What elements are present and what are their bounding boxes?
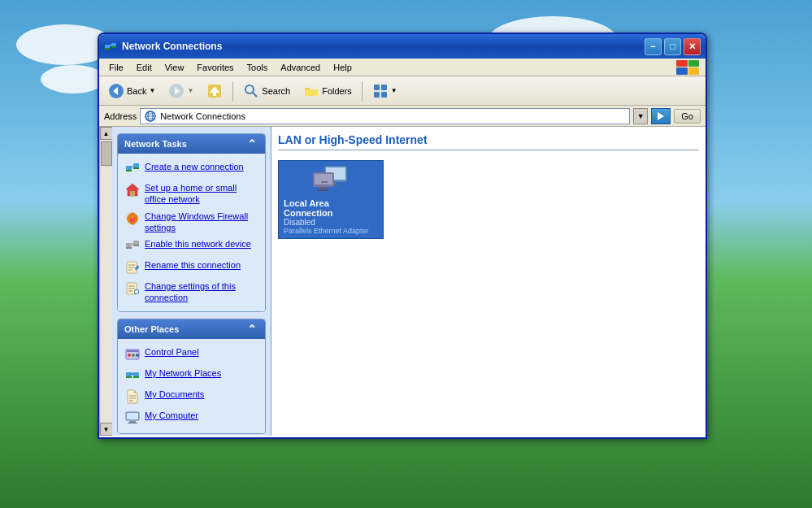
svg-rect-1 — [105, 48, 110, 50]
network-tasks-section: Network Tasks ⌃ — [117, 133, 266, 312]
svg-point-54 — [136, 354, 139, 357]
svg-rect-56 — [126, 376, 132, 378]
other-places-header[interactable]: Other Places ⌃ — [118, 319, 265, 339]
scroll-down-arrow[interactable]: ▼ — [100, 423, 113, 436]
lan-section-header: LAN or High-Speed Internet — [278, 133, 699, 150]
back-label: Back — [127, 86, 146, 96]
forward-dropdown-icon: ▼ — [187, 87, 193, 94]
scroll-up-arrow[interactable]: ▲ — [100, 127, 113, 140]
address-label: Address — [104, 111, 137, 121]
menu-bar: File Edit View Favorites Tools Advanced … — [99, 59, 706, 76]
scroll-thumb[interactable] — [101, 141, 112, 166]
task-set-up-home[interactable]: Set up a home or small office network — [121, 180, 262, 208]
svg-rect-0 — [105, 45, 110, 48]
change-firewall-label: Change Windows Firewall settings — [145, 211, 258, 234]
svg-rect-65 — [127, 413, 138, 419]
svg-point-12 — [245, 85, 254, 93]
svg-rect-14 — [374, 85, 380, 90]
other-places-section: Other Places ⌃ — [117, 319, 266, 434]
svg-rect-25 — [126, 170, 132, 172]
svg-rect-26 — [133, 163, 139, 167]
folders-button[interactable]: Folders — [297, 80, 358, 102]
back-button[interactable]: Back ▼ — [102, 80, 161, 102]
window-controls: − □ ✕ — [645, 38, 701, 55]
windows-logo — [676, 60, 699, 75]
svg-rect-2 — [111, 43, 116, 46]
my-computer-label: My Computer — [145, 410, 198, 421]
menu-file[interactable]: File — [102, 61, 130, 74]
svg-line-37 — [132, 243, 133, 245]
view-button[interactable]: ▼ — [367, 80, 403, 102]
task-change-firewall[interactable]: Change Windows Firewall settings — [121, 208, 262, 237]
svg-line-13 — [253, 93, 257, 97]
control-panel-label: Control Panel — [145, 346, 199, 358]
close-button[interactable]: ✕ — [684, 38, 701, 55]
my-computer-icon — [124, 410, 141, 426]
menu-edit[interactable]: Edit — [130, 61, 158, 74]
connection-details: Local Area Connection Disabled Parallels… — [284, 198, 378, 235]
svg-rect-36 — [133, 245, 139, 246]
network-tasks-collapse-icon[interactable]: ⌃ — [245, 137, 258, 150]
rename-connection-label: Rename this connection — [145, 259, 241, 271]
task-create-connection[interactable]: Create a new connection — [121, 158, 262, 180]
window-icon — [104, 40, 117, 53]
svg-rect-34 — [126, 247, 132, 249]
menu-favorites[interactable]: Favorites — [190, 61, 240, 74]
task-change-settings[interactable]: Change settings of this connection — [121, 278, 262, 306]
go-button[interactable]: Go — [674, 109, 701, 124]
other-places-collapse-icon[interactable]: ⌃ — [245, 323, 258, 336]
right-content: LAN or High-Speed Internet — [271, 127, 706, 436]
back-dropdown-icon[interactable]: ▼ — [149, 87, 155, 94]
left-panel: Network Tasks ⌃ — [112, 127, 271, 436]
svg-rect-67 — [128, 423, 137, 423]
address-go-arrow[interactable] — [651, 108, 671, 124]
search-label: Search — [262, 86, 290, 96]
other-my-network[interactable]: My Network Places — [121, 365, 262, 386]
enable-device-label: Enable this network device — [145, 238, 251, 250]
toolbar-separator-1 — [232, 81, 233, 101]
menu-view[interactable]: View — [158, 61, 191, 74]
svg-rect-32 — [132, 216, 133, 219]
svg-rect-33 — [126, 243, 132, 247]
address-input[interactable]: Network Connections — [140, 108, 630, 124]
set-up-home-icon — [124, 182, 141, 198]
create-connection-icon — [124, 161, 141, 177]
task-rename-connection[interactable]: Rename this connection — [121, 257, 262, 278]
menu-advanced[interactable]: Advanced — [274, 61, 327, 74]
create-connection-label: Create a new connection — [145, 161, 244, 172]
change-firewall-icon — [124, 211, 141, 227]
network-connections-window: Network Connections − □ ✕ File Edit View… — [98, 33, 707, 439]
svg-rect-24 — [126, 166, 132, 170]
connection-name: Local Area Connection — [284, 198, 378, 218]
forward-button[interactable]: ▼ — [163, 80, 199, 102]
search-button[interactable]: Search — [237, 80, 296, 102]
globe-icon — [144, 110, 157, 123]
connection-status: Disabled — [284, 218, 378, 227]
left-panel-scrollbar[interactable]: ▲ ▼ — [99, 127, 112, 436]
other-my-documents[interactable]: My Documents — [121, 386, 262, 407]
svg-rect-35 — [133, 241, 139, 245]
my-network-label: My Network Places — [145, 367, 221, 379]
task-enable-device[interactable]: Enable this network device — [121, 236, 262, 257]
up-button[interactable] — [201, 80, 228, 102]
control-panel-icon — [124, 346, 141, 363]
network-tasks-header[interactable]: Network Tasks ⌃ — [118, 134, 265, 154]
menu-help[interactable]: Help — [327, 61, 358, 74]
svg-marker-23 — [658, 112, 664, 120]
svg-rect-76 — [317, 189, 328, 191]
address-dropdown-button[interactable]: ▼ — [633, 108, 648, 124]
connection-icon-area — [310, 164, 352, 198]
other-my-computer[interactable]: My Computer — [121, 407, 262, 428]
menu-tools[interactable]: Tools — [241, 61, 275, 74]
toolbar: Back ▼ ▼ — [99, 76, 706, 106]
svg-rect-30 — [130, 191, 135, 196]
svg-rect-66 — [129, 421, 136, 423]
maximize-button[interactable]: □ — [664, 38, 681, 55]
minimize-button[interactable]: − — [645, 38, 662, 55]
local-area-connection-item[interactable]: Local Area Connection Disabled Parallels… — [278, 160, 384, 239]
network-tasks-items: Create a new connection Set up a home or… — [118, 154, 265, 311]
view-dropdown-icon[interactable]: ▼ — [391, 87, 397, 94]
address-value: Network Connections — [160, 111, 245, 121]
address-bar: Address Network Connections ▼ — [99, 106, 706, 127]
other-control-panel[interactable]: Control Panel — [121, 344, 262, 365]
